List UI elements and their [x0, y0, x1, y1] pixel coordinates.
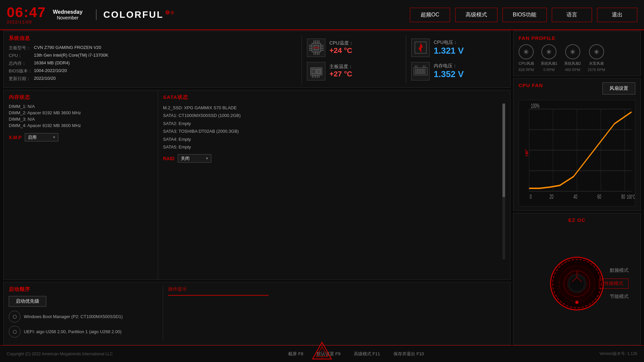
raid-row: RAID 关闭 开启 — [163, 154, 505, 163]
sys-label-cpu: CPU： — [9, 53, 32, 59]
svg-text:100%: 100% — [531, 103, 540, 109]
nav-btn-exit[interactable]: 退出 — [597, 8, 637, 22]
xmp-select[interactable]: 启用 禁用 — [25, 133, 58, 141]
boot-disk-icon-2 — [9, 326, 20, 338]
cpu-volt-value: 1.321 V — [434, 46, 464, 56]
boot-priority-button[interactable]: 启动优先级 — [9, 296, 46, 307]
cpu-volt-sensor: CPU电压： 1.321 V — [411, 39, 505, 57]
svg-text:80: 80 — [621, 194, 625, 200]
nav-btn-language[interactable]: 语言 — [552, 8, 592, 22]
sata-item-4: SATA4: Empty — [163, 135, 505, 143]
cpu-fan-section: CPU FAN 风扇设置 — [513, 78, 641, 211]
mb-temp-sensor: 主板温度： +27 °C — [307, 62, 401, 80]
raid-label: RAID — [163, 156, 174, 161]
sys-row-bios: BIOS版本： 1004-2022/10/20 — [9, 68, 290, 74]
sata-item-m2: M.2_SSD: XPG GAMMIX S70 BLADE — [163, 104, 505, 112]
sata-scrollbar-thumb[interactable] — [502, 104, 505, 197]
sys-label-update: 更新日期： — [9, 76, 32, 82]
fan-sys1-name: 系统风扇1 — [541, 61, 557, 66]
day-month: Wednesday November — [53, 9, 83, 20]
boot-item-2-label: UEFI: aigo U268 2.00, Partition 1 (aigo … — [24, 329, 121, 334]
boot-item-1: Windows Boot Manager (P2: CT1000MX500SSD… — [9, 311, 163, 322]
raid-select-wrapper[interactable]: 关闭 开启 — [178, 154, 211, 163]
mb-temp-info: 主板温度： +27 °C — [329, 64, 353, 78]
brand-logo: COLORFUL⚙® — [96, 9, 175, 20]
footer-copyright: Copyright (C) 2022 American Megatrends I… — [7, 352, 113, 356]
fan-item-sys2: ✳ 系统风扇2 460 RPM — [564, 44, 581, 72]
sys-row-cpu: CPU： 13th Gen Intel(R) Core(TM) i7-13700… — [9, 53, 290, 59]
sys-label-ram: 总内存： — [9, 60, 32, 66]
svg-text:20: 20 — [550, 194, 553, 200]
header-left: 06:47 2022/11/09 Wednesday November COLO… — [7, 5, 175, 24]
svg-rect-36 — [423, 69, 425, 74]
ez-option-performance[interactable]: 性能模式 — [599, 279, 629, 289]
dimm-4: DIMM_4: Apacer 8192 MB 3600 MHz — [9, 123, 153, 128]
ez-option-default[interactable]: 默频模式 — [610, 267, 629, 274]
mem-volt-value: 1.352 V — [434, 69, 464, 79]
fan-cpu-rpm: 828 RPM — [519, 68, 534, 72]
sata-item-5: SATA5: Empty — [163, 143, 505, 151]
system-info-section: 系统信息 主板型号： CVN Z790 GAMING FROZEN V20 CP… — [3, 31, 511, 88]
sata-scrollbar[interactable] — [502, 104, 505, 259]
mem-volt-icon — [411, 62, 430, 80]
sys-row-model: 主板型号： CVN Z790 GAMING FROZEN V20 — [9, 45, 290, 51]
knob-svg — [551, 258, 603, 309]
boot-disk-inner-1 — [13, 315, 17, 319]
v-divider-1 — [302, 35, 302, 83]
svg-rect-21 — [317, 69, 321, 74]
time-date: 2022/11/09 — [7, 19, 32, 24]
svg-text:🖱: 🖱 — [524, 147, 529, 158]
xmp-select-wrapper[interactable]: 启用 禁用 — [25, 133, 58, 141]
fan-sys1-rpm: 0 RPM — [543, 68, 555, 72]
footer-version: Version版本号: 1.126 — [599, 351, 637, 357]
ez-option-power-save[interactable]: 节能模式 — [610, 294, 629, 300]
sata-item-2: SATA2: Empty — [163, 120, 505, 127]
fan-circle-pump: ✳ — [589, 44, 604, 59]
sys-value-ram: 16384 MB (DDR4) — [34, 60, 70, 66]
ez-oc-knob[interactable] — [550, 257, 604, 310]
boot-left: 启动顺序 启动优先级 Windows Boot Manager (P2: CT1… — [9, 286, 163, 341]
left-panel: 系统信息 主板型号： CVN Z790 GAMING FROZEN V20 CP… — [3, 31, 511, 345]
svg-text:0: 0 — [530, 194, 532, 200]
day-name: Wednesday — [53, 9, 83, 15]
fan-circle-cpu: ✳ — [519, 44, 534, 59]
knob-outer — [550, 257, 604, 310]
temperature-sensors: CPU — [307, 35, 401, 83]
fan-item-sys1: ✳ 系统风扇1 0 RPM — [541, 44, 557, 72]
xmp-row: X.M.P 启用 禁用 — [9, 133, 153, 141]
cpu-temp-sensor: CPU — [307, 39, 401, 57]
gear-icon: ⚙ — [165, 10, 171, 15]
fan-item-pump: ✳ 水泵风扇 2576 RPM — [588, 44, 605, 72]
sys-value-cpu: 13th Gen Intel(R) Core(TM) i7-13700K — [34, 53, 108, 59]
ops-hint-line — [168, 295, 269, 296]
time-clock: 06:47 — [7, 5, 46, 19]
nav-btn-bios[interactable]: BIOS功能 — [502, 8, 547, 22]
fan-blade-icon-pump: ✳ — [594, 48, 599, 56]
mb-temp-label: 主板温度： — [329, 64, 353, 70]
boot-right: 操作提示 — [163, 286, 505, 341]
month-name: November — [57, 15, 78, 20]
raid-select[interactable]: 关闭 开启 — [178, 154, 211, 163]
fan-sys2-rpm: 460 RPM — [565, 68, 580, 72]
fan-sys2-name: 系统风扇2 — [564, 61, 581, 66]
svg-text:60: 60 — [597, 194, 601, 200]
fan-chart-svg: 100% 0 20 40 60 80 100°C 🖱 — [519, 100, 635, 206]
nav-btn-overclocking[interactable]: 超频OC — [410, 8, 450, 22]
sata-title: SATA状态 — [163, 94, 505, 101]
sys-value-update: 2022/10/20 — [34, 76, 56, 82]
memory-section: 内存状态 DIMM_1: N/A DIMM_2: Apacer 8192 MB … — [4, 90, 158, 280]
fan-settings-button[interactable]: 风扇设置 — [602, 82, 635, 95]
footer-key-f10: 保存并退出 F10 — [393, 351, 424, 357]
cpu-fan-chart: 100% 0 20 40 60 80 100°C 🖱 — [519, 100, 635, 206]
sata-section: SATA状态 M.2_SSD: XPG GAMMIX S70 BLADE SAT… — [158, 90, 510, 280]
footer-key-f8: 截屏 F8 — [288, 351, 303, 357]
boot-item-1-label: Windows Boot Manager (P2: CT1000MX500SSD… — [24, 314, 123, 319]
footer-keys: 截屏 F8 默认设置 F9 高级模式 F11 保存并退出 F10 — [288, 351, 424, 357]
svg-text:CPU: CPU — [313, 46, 319, 49]
nav-btn-advanced[interactable]: 高级模式 — [455, 8, 497, 22]
boot-disk-icon-1 — [9, 311, 20, 322]
brand-text: COLORFUL⚙® — [96, 9, 175, 20]
fan-blade-icon-sys1: ✳ — [546, 48, 552, 56]
mem-sata-box: 内存状态 DIMM_1: N/A DIMM_2: Apacer 8192 MB … — [3, 90, 511, 280]
footer-key-f11: 高级模式 F11 — [354, 351, 380, 357]
